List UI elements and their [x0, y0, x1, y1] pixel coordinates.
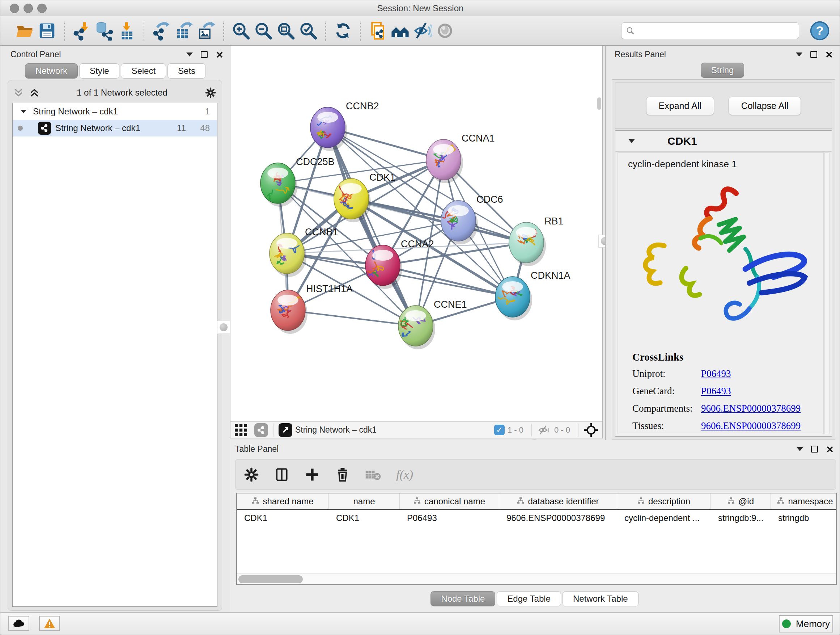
help-icon[interactable]: ?: [808, 19, 831, 42]
network-node-CCNA1[interactable]: [426, 139, 463, 183]
expand-all-icon[interactable]: [29, 88, 40, 97]
node-table[interactable]: shared namenamecanonical namedatabase id…: [236, 493, 837, 585]
network-collection-row[interactable]: String Network – cdk1 1: [13, 103, 217, 120]
float-panel-icon[interactable]: [201, 51, 208, 58]
card-scrollbar-track[interactable]: [824, 152, 829, 434]
tab-node-table[interactable]: Node Table: [431, 591, 495, 606]
table-cell[interactable]: stringdb:9...: [711, 513, 771, 523]
network-node-CDK1[interactable]: [334, 179, 371, 222]
canvas-scrollbar-thumb[interactable]: [597, 97, 601, 110]
panel-menu-icon[interactable]: [797, 447, 803, 451]
node-result-header[interactable]: CDK1: [615, 131, 832, 152]
crosslink-label: GeneCard:: [632, 386, 701, 397]
close-panel-icon[interactable]: [216, 51, 224, 59]
copy-view-icon[interactable]: [366, 19, 389, 42]
tab-network-table[interactable]: Network Table: [562, 591, 638, 606]
tab-network[interactable]: Network: [25, 63, 78, 79]
crosslink-link[interactable]: 9606.ENSP00000378699: [701, 403, 801, 414]
zoom-out-icon[interactable]: [252, 19, 275, 42]
tab-string[interactable]: String: [701, 63, 745, 78]
network-edge-CCNB2-CCNE1[interactable]: [328, 127, 416, 326]
column-header-namespace[interactable]: namespace: [771, 494, 837, 509]
save-session-icon[interactable]: [36, 19, 58, 42]
network-options-gear-icon[interactable]: [204, 87, 217, 99]
column-header--id[interactable]: @id: [711, 494, 771, 509]
left-splitter-handle[interactable]: [217, 321, 230, 334]
column-header-database-identifier[interactable]: database identifier: [499, 494, 617, 509]
collapse-all-button[interactable]: Collapse All: [729, 97, 801, 115]
close-panel-icon[interactable]: [826, 445, 834, 453]
network-node-CCNE1[interactable]: [395, 306, 435, 349]
memory-button[interactable]: Memory: [779, 615, 833, 632]
hidden-eye-icon: [537, 424, 551, 436]
panel-menu-icon[interactable]: [796, 52, 802, 57]
column-header-name[interactable]: name: [329, 494, 400, 509]
protein-structure-image: [624, 178, 820, 323]
add-column-icon[interactable]: [304, 467, 320, 483]
collapse-all-icon[interactable]: [13, 88, 24, 97]
tab-edge-table[interactable]: Edge Table: [497, 591, 561, 606]
close-panel-icon[interactable]: [825, 51, 833, 59]
network-node-CCNA2[interactable]: [365, 240, 402, 289]
table-hscrollbar[interactable]: [237, 573, 836, 584]
network-node-HIST1H1A[interactable]: [271, 290, 308, 334]
tab-sets[interactable]: Sets: [167, 63, 206, 79]
search-box[interactable]: [621, 22, 799, 39]
panel-menu-icon[interactable]: [186, 52, 193, 57]
hide-selected-icon[interactable]: [411, 19, 434, 42]
table-cell[interactable]: CDK1: [237, 513, 329, 523]
zoom-fit-icon[interactable]: [275, 19, 297, 42]
expand-all-button[interactable]: Expand All: [646, 97, 714, 115]
automation-cloud-button[interactable]: [8, 616, 29, 631]
network-row[interactable]: String Network – cdk1 11 48: [13, 120, 217, 136]
export-table-icon[interactable]: [172, 19, 195, 42]
zoom-in-icon[interactable]: [230, 19, 252, 42]
zoom-selected-icon[interactable]: [297, 19, 319, 42]
column-header-shared-name[interactable]: shared name: [237, 494, 329, 509]
import-network-database-icon[interactable]: [93, 19, 115, 42]
refresh-icon[interactable]: [332, 19, 354, 42]
network-node-CCNB2[interactable]: [310, 107, 347, 151]
table-cell[interactable]: P06493: [400, 513, 499, 523]
tab-select[interactable]: Select: [121, 63, 166, 79]
import-table-file-icon[interactable]: [115, 19, 138, 42]
export-image-icon[interactable]: [195, 19, 218, 42]
column-header-description[interactable]: description: [617, 494, 711, 509]
table-row[interactable]: CDK1CDK1P064939606.ENSP00000378699cyclin…: [237, 510, 836, 526]
open-session-icon[interactable]: [13, 19, 36, 42]
table-cell[interactable]: stringdb: [771, 513, 837, 523]
birds-eye-view-icon[interactable]: [279, 423, 292, 437]
table-cell[interactable]: 9606.ENSP00000378699: [499, 513, 617, 523]
crosslink-link[interactable]: P06493: [701, 368, 731, 379]
entry-collapse-icon[interactable]: [628, 139, 635, 143]
column-header-canonical-name[interactable]: canonical name: [400, 494, 499, 509]
crosslink-link[interactable]: P06493: [701, 386, 731, 397]
table-cell[interactable]: CDK1: [329, 513, 400, 523]
collection-expand-icon[interactable]: [21, 110, 27, 113]
network-node-CDC6[interactable]: [437, 201, 478, 244]
network-node-CDC25B[interactable]: [261, 163, 297, 207]
selected-checkbox-icon[interactable]: ✓: [494, 424, 505, 435]
warnings-button[interactable]: [39, 616, 60, 631]
show-columns-icon[interactable]: [274, 467, 290, 483]
fit-selected-crosshair-icon[interactable]: [584, 423, 599, 438]
crosslink-link[interactable]: 9606.ENSP00000378699: [701, 420, 801, 432]
show-all-icon[interactable]: [434, 19, 456, 42]
network-graph[interactable]: CCNB2CCNA1CDC25BCDK1CDC6RB1CCNB1CCNA2CDK…: [231, 46, 602, 421]
network-node-RB1[interactable]: [509, 222, 546, 266]
tab-style[interactable]: Style: [79, 63, 119, 79]
float-panel-icon[interactable]: [811, 446, 818, 453]
import-network-file-icon[interactable]: [71, 19, 93, 42]
grid-view-icon[interactable]: [234, 423, 248, 437]
delete-column-icon[interactable]: [335, 467, 351, 483]
export-network-icon[interactable]: [150, 19, 172, 42]
table-cell[interactable]: cyclin-dependent ...: [617, 513, 711, 523]
network-node-CDKN1A[interactable]: [495, 277, 532, 320]
float-panel-icon[interactable]: [810, 51, 817, 58]
table-options-gear-icon[interactable]: [243, 467, 259, 483]
table-hscrollbar-thumb[interactable]: [238, 575, 303, 583]
search-input[interactable]: [635, 26, 794, 35]
network-share-icon[interactable]: [254, 423, 268, 437]
network-view[interactable]: CCNB2CCNA1CDC25BCDK1CDC6RB1CCNB1CCNA2CDK…: [230, 46, 603, 421]
first-neighbors-icon[interactable]: [389, 19, 411, 42]
